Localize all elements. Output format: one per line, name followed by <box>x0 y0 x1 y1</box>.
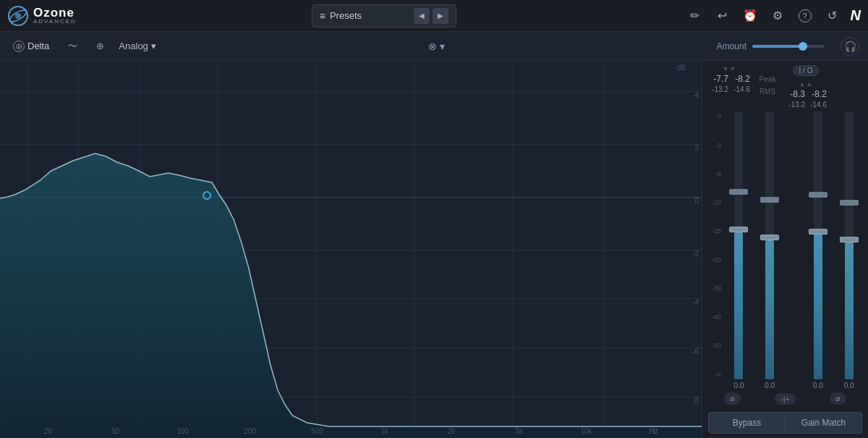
hz-label-10k: 10k <box>553 427 620 435</box>
top-bar-center: ≡ Presets ◀ ▶ <box>94 4 674 28</box>
scale-30: -30 <box>707 285 723 292</box>
output-peak-left: -8.3 <box>785 89 805 99</box>
app-subtitle: ADVANCED <box>33 19 77 25</box>
waveform-button[interactable]: 〜 <box>64 38 82 55</box>
logo-text: Ozone ADVANCED <box>33 7 77 25</box>
stereo-link-button[interactable]: ⊗ ▾ <box>428 41 445 52</box>
hz-label-500: 500 <box>284 427 351 435</box>
eq-curve-svg <box>0 61 702 438</box>
svg-point-2 <box>15 13 21 19</box>
main-content: dB 4 2 0 -2 -4 -6 -8 <box>0 61 868 438</box>
help-icon: ? <box>799 9 812 22</box>
analog-select[interactable]: Analog ▾ <box>119 41 156 51</box>
fader-mini-handle-1[interactable] <box>729 189 748 195</box>
app-name: Ozone <box>33 7 77 19</box>
amount-label: Amount <box>717 41 746 51</box>
io-badge: I / O <box>793 65 820 76</box>
headphone-icon: 🎧 <box>844 41 856 52</box>
undo-icon: ↩ <box>718 9 727 22</box>
amount-control: Amount <box>717 41 825 51</box>
preset-next-button[interactable]: ▶ <box>433 8 448 24</box>
fader-thumb-2[interactable] <box>760 235 779 240</box>
scale-0: 0 <box>707 113 723 120</box>
gear-icon: ⚙ <box>773 9 783 22</box>
fader-val-4: 0.0 <box>834 382 864 389</box>
help-button[interactable]: ? <box>796 7 814 25</box>
delta-button[interactable]: ◎ Delta <box>9 38 54 54</box>
input-rms-right: -14.6 <box>730 85 750 93</box>
amount-slider[interactable] <box>752 45 825 48</box>
ozone-logo-icon <box>7 5 29 27</box>
waveform-icon: 〜 <box>68 40 77 53</box>
fader-val-1: 0.0 <box>724 382 754 389</box>
neutron-logo: N <box>851 7 861 24</box>
pencil-icon: ✏ <box>690 9 699 22</box>
refresh-button[interactable]: ↺ <box>823 7 842 25</box>
link-input-button[interactable]: ⌀ <box>724 392 741 405</box>
output-rms-left: -13.2 <box>785 101 805 109</box>
output-peak-right: -8.2 <box>807 89 827 99</box>
hz-label-1k: 1k <box>351 427 418 435</box>
amount-slider-fill <box>752 45 803 48</box>
settings-button[interactable]: ⚙ <box>768 7 787 25</box>
scale-50: -50 <box>707 342 723 349</box>
presets-arrows: ◀ ▶ <box>414 8 448 24</box>
history-icon: ⏰ <box>743 9 757 22</box>
link-output-button[interactable]: ⌀ <box>830 392 846 405</box>
hz-label-20: 20 <box>14 427 82 435</box>
scale-inf: -∞ <box>707 371 723 378</box>
module-bar-mid: ⊗ ▾ <box>166 41 707 52</box>
preset-prev-button[interactable]: ◀ <box>414 8 430 24</box>
chevron-down-icon: ▾ <box>151 41 156 51</box>
presets-control: ≡ Presets ◀ ▶ <box>312 4 456 28</box>
presets-label: ≡ Presets <box>320 10 362 22</box>
globe-icon: ⊕ <box>96 41 104 51</box>
peak-label: Peak <box>760 75 776 83</box>
hz-label-5k: 5k <box>485 427 553 435</box>
hz-label-100: 100 <box>149 427 216 435</box>
stereo-link-icon: ⊗ <box>428 41 437 52</box>
scale-20: -20 <box>707 256 723 264</box>
hz-label-200: 200 <box>216 427 284 435</box>
fader-mini-handle-2[interactable] <box>760 197 779 203</box>
eq-handle-1[interactable] <box>203 191 211 200</box>
top-bar-right: ✏ ↩ ⏰ ⚙ ? ↺ N <box>686 7 861 25</box>
logo-area: Ozone ADVANCED <box>7 5 94 27</box>
fader-val-3: 0.0 <box>804 382 833 389</box>
history-button[interactable]: ⏰ <box>741 7 760 25</box>
link-mid-button[interactable]: -|+ <box>775 393 796 405</box>
hz-label-hz: Hz <box>620 427 687 435</box>
fader-mini-handle-3[interactable] <box>809 192 827 198</box>
bypass-button[interactable]: Bypass <box>708 412 786 434</box>
fader-mini-handle-4[interactable] <box>840 200 859 206</box>
undo-button[interactable]: ↩ <box>713 7 732 25</box>
link-icon-3: ⌀ <box>835 394 841 403</box>
rms-label: RMS <box>760 88 775 96</box>
input-peak-right: -8.2 <box>730 74 750 84</box>
scale-40: -40 <box>707 313 723 321</box>
hz-label-50: 50 <box>82 427 149 435</box>
delta-icon: ◎ <box>13 41 25 52</box>
module-bar: ◎ Delta 〜 ⊕ Analog ▾ ⊗ ▾ Amount 🎧 <box>0 32 868 61</box>
fader-thumb-3[interactable] <box>809 229 827 235</box>
eq-area[interactable]: dB 4 2 0 -2 -4 -6 -8 <box>0 61 702 438</box>
hamburger-icon: ≡ <box>320 10 326 22</box>
refresh-icon: ↺ <box>827 9 837 22</box>
scale-10: -10 <box>707 199 723 206</box>
fader-thumb-1[interactable] <box>729 227 748 232</box>
amount-slider-thumb[interactable] <box>799 42 807 51</box>
top-bar: Ozone ADVANCED ≡ Presets ◀ ▶ ✏ ↩ ⏰ ⚙ <box>0 0 868 32</box>
globe-button[interactable]: ⊕ <box>92 38 109 54</box>
fader-thumb-4[interactable] <box>840 237 859 243</box>
headphone-button[interactable]: 🎧 <box>841 37 859 56</box>
gain-match-button[interactable]: Gain Match <box>786 412 862 434</box>
chevron-down-icon-2: ▾ <box>440 41 445 52</box>
scale-3: -3 <box>707 142 723 149</box>
link-icon-1: ⌀ <box>730 394 735 403</box>
meter-bottom: Bypass Gain Match <box>702 408 868 438</box>
scale-6: -6 <box>707 170 723 177</box>
pencil-button[interactable]: ✏ <box>686 7 705 25</box>
hz-labels: 20 50 100 200 500 1k 2k 5k 10k Hz <box>0 427 702 435</box>
input-rms-left: -13.2 <box>708 85 728 93</box>
link-icon-2: -|+ <box>780 395 790 403</box>
